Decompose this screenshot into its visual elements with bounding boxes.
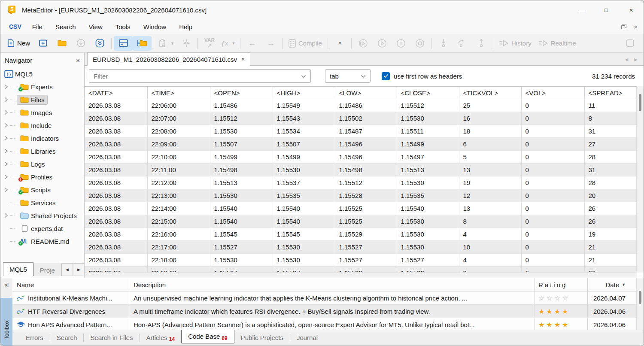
save-button[interactable] xyxy=(71,36,90,51)
csv-row[interactable]: 2026.03.0822:11:001.154981.155301.154981… xyxy=(85,164,637,176)
step-into-button[interactable] xyxy=(434,36,453,51)
menu-view[interactable]: View xyxy=(82,19,109,34)
table-scrollbar[interactable] xyxy=(636,86,644,273)
menu-tools[interactable]: Tools xyxy=(109,19,137,34)
save-all-button[interactable] xyxy=(90,36,109,51)
csv-row[interactable]: 2026.03.0822:16:001.155451.155451.155291… xyxy=(85,228,637,241)
csv-row[interactable]: 2026.03.0822:19:001.155271.155271.155231… xyxy=(85,267,637,273)
debug-stop-button[interactable] xyxy=(410,36,429,51)
csv-row[interactable]: 2026.03.0822:13:001.155301.155351.155281… xyxy=(85,189,637,202)
mdi-close-button[interactable]: × xyxy=(634,23,638,30)
navigator-item-readme-md[interactable]: M↓✓README.md xyxy=(0,235,84,248)
variables-button[interactable]: VAR ↗ xyxy=(200,36,219,51)
csv-row[interactable]: 2026.03.0822:06:001.154861.155491.154861… xyxy=(85,99,637,112)
toolbox-tab-code-base[interactable]: Code Base69 xyxy=(181,330,234,343)
toolbox-tab-errors[interactable]: Errors xyxy=(19,330,50,345)
paste-special-button[interactable]: ▼ xyxy=(156,36,176,51)
tab-close-icon[interactable]: × xyxy=(241,56,245,63)
navigate-forward-button[interactable]: → xyxy=(261,36,280,51)
toolbox-tab-articles[interactable]: Articles14 xyxy=(140,330,182,345)
minimize-button[interactable]: — xyxy=(569,0,594,19)
codebase-row-institutional-k-means-machi[interactable]: Institutional K-Means Machi...An unsuper… xyxy=(12,291,644,305)
compile-options-button[interactable]: ▼ xyxy=(330,36,349,51)
mdi-restore-button[interactable] xyxy=(621,23,626,30)
menu-csv[interactable]: CSV xyxy=(4,19,26,34)
csv-row[interactable]: 2026.03.0822:14:001.155401.155401.155251… xyxy=(85,202,637,215)
navigator-item-profiles[interactable]: !Profiles xyxy=(0,170,84,183)
step-over-button[interactable] xyxy=(453,36,472,51)
toolbox-tab-search-in-files[interactable]: Search in Files xyxy=(84,330,139,345)
navigator-item-logs[interactable]: Logs xyxy=(0,158,84,170)
functions-button[interactable]: ƒx ▼ xyxy=(219,36,238,51)
menu-file[interactable]: File xyxy=(26,19,49,34)
navigator-item-services[interactable]: Services xyxy=(0,196,84,209)
realtime-button[interactable]: Realtime xyxy=(535,36,580,51)
toggle-navigator-button[interactable] xyxy=(133,36,152,51)
expand-chevron-icon[interactable] xyxy=(3,84,10,89)
csv-column-header[interactable]: <DATE> xyxy=(85,87,147,99)
csv-column-header[interactable]: <LOW> xyxy=(335,87,397,99)
navigator-tabs-next-button[interactable]: ▶ xyxy=(73,263,85,276)
csv-row[interactable]: 2026.03.0822:10:001.154991.154991.154961… xyxy=(85,151,637,164)
filter-input[interactable]: Filter xyxy=(89,69,311,83)
maximize-button[interactable]: □ xyxy=(594,0,619,19)
new-file-button[interactable]: New xyxy=(4,36,33,51)
open-file-button[interactable] xyxy=(52,36,71,51)
navigator-item-images[interactable]: Images xyxy=(0,106,84,119)
navigator-tabs-prev-button[interactable]: ◀ xyxy=(61,263,73,276)
navigator-tab-mql5[interactable]: MQL5 xyxy=(3,262,33,276)
csv-row[interactable]: 2026.03.0822:18:001.155301.155301.155271… xyxy=(85,254,637,267)
ai-assistant-button[interactable] xyxy=(176,36,195,51)
column-header-description[interactable]: Description xyxy=(129,278,535,291)
csv-row[interactable]: 2026.03.0822:17:001.155271.155301.155271… xyxy=(85,241,637,254)
expand-chevron-icon[interactable] xyxy=(3,174,10,179)
navigator-item-files[interactable]: Files xyxy=(0,93,84,106)
expand-chevron-icon[interactable] xyxy=(3,187,10,192)
expand-chevron-icon[interactable] xyxy=(3,161,10,167)
menu-help[interactable]: Help xyxy=(173,19,199,34)
navigator-item-libraries[interactable]: Libraries xyxy=(0,145,84,158)
history-button[interactable]: History xyxy=(495,36,535,51)
toolbox-tab-public-projects[interactable]: Public Projects xyxy=(234,330,290,345)
navigator-item-scripts[interactable]: ✓Scripts xyxy=(0,183,84,196)
column-header-date[interactable]: Date▼ xyxy=(588,278,629,291)
expand-chevron-icon[interactable] xyxy=(3,136,10,141)
delimiter-select[interactable]: tab xyxy=(325,69,371,83)
tabs-prev-button[interactable]: ◀ xyxy=(625,57,629,62)
column-header-name[interactable]: Name xyxy=(12,278,129,291)
csv-row[interactable]: 2026.03.0822:12:001.155131.155371.155121… xyxy=(85,176,637,189)
debug-start-button[interactable] xyxy=(373,36,392,51)
navigator-item-experts-dat[interactable]: experts.dat xyxy=(0,222,84,235)
navigator-item-indicators[interactable]: Indicators xyxy=(0,132,84,145)
csv-column-header[interactable]: <HIGH> xyxy=(273,87,335,99)
navigator-tab-projects[interactable]: Proje xyxy=(33,264,61,276)
toolbox-scrollbar[interactable] xyxy=(636,278,644,330)
navigator-root-mql5[interactable]: { }MQL5 xyxy=(0,67,84,80)
expand-chevron-icon[interactable] xyxy=(3,123,10,128)
toolbox-scrollbar-thumb[interactable] xyxy=(639,291,641,304)
expand-chevron-icon[interactable] xyxy=(3,110,10,115)
expand-chevron-icon[interactable] xyxy=(3,213,10,218)
toolbox-close-icon[interactable]: × xyxy=(0,279,12,290)
toggle-layout-button[interactable] xyxy=(114,36,133,51)
column-header-rating[interactable]: Rating xyxy=(535,278,588,291)
compile-button[interactable]: Compile xyxy=(285,36,325,51)
panel-toggle-button[interactable] xyxy=(620,36,639,51)
csv-column-header[interactable]: <CLOSE> xyxy=(397,87,459,99)
codebase-row-htf-reversal-divergences[interactable]: HTF Reversal DivergencesA multi timefram… xyxy=(12,305,644,318)
csv-row[interactable]: 2026.03.0822:09:001.155071.155071.154961… xyxy=(85,138,637,151)
csv-column-header[interactable]: <TICKVOL> xyxy=(459,87,521,99)
expand-chevron-icon[interactable] xyxy=(3,149,10,154)
menu-window[interactable]: Window xyxy=(137,19,173,34)
navigator-item-include[interactable]: Include xyxy=(0,119,84,132)
csv-row[interactable]: 2026.03.0822:07:001.155121.155431.155021… xyxy=(85,112,637,125)
toolbox-tab-journal[interactable]: Journal xyxy=(290,330,324,345)
tabs-next-button[interactable]: ▶ xyxy=(634,57,638,62)
csv-row[interactable]: 2026.03.0822:08:001.155301.155341.154871… xyxy=(85,125,637,138)
table-scrollbar-thumb[interactable] xyxy=(639,94,641,111)
debug-pause-button[interactable] xyxy=(392,36,410,51)
csv-column-header[interactable]: <OPEN> xyxy=(210,87,273,99)
expand-chevron-icon[interactable] xyxy=(3,97,10,102)
document-tab[interactable]: EURUSD_M1_202603082206_202604071610.csv … xyxy=(87,52,250,66)
csv-column-header[interactable]: <VOL> xyxy=(521,87,584,99)
